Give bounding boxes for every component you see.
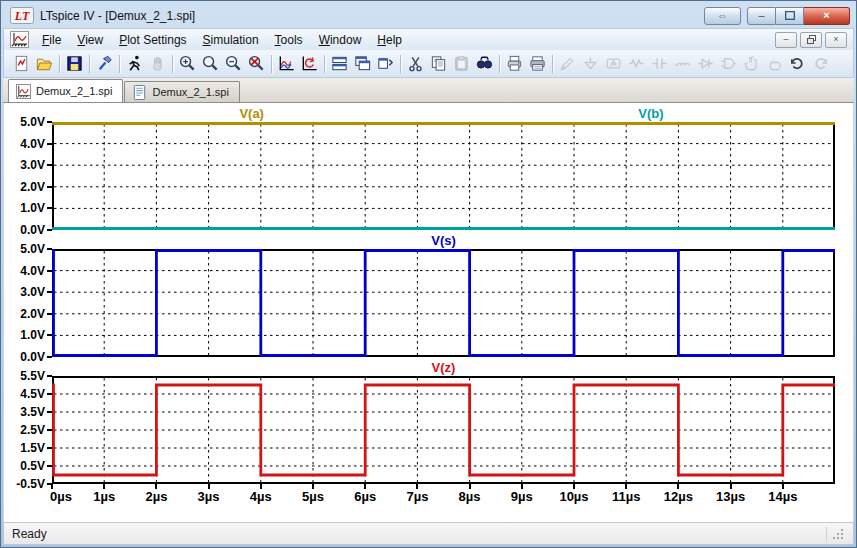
status-separator xyxy=(826,527,827,541)
x-axis-label[interactable]: 4µs xyxy=(250,489,272,504)
resize-grip-icon[interactable] xyxy=(831,527,845,541)
y-axis-label[interactable]: 1.0V xyxy=(5,328,45,342)
y-axis-label[interactable]: 4.0V xyxy=(5,137,45,151)
y-axis-label[interactable]: 4.0V xyxy=(5,264,45,278)
y-axis-label[interactable]: 3.5V xyxy=(5,405,45,419)
y-axis-label[interactable]: 1.0V xyxy=(5,201,45,215)
x-axis-label[interactable]: 14µs xyxy=(768,489,797,504)
zoom-undo-button[interactable] xyxy=(245,52,268,75)
place-inductor-icon xyxy=(673,54,692,73)
trace-label-vb[interactable]: V(b) xyxy=(638,106,663,121)
copy-button[interactable] xyxy=(427,52,450,75)
waveform-viewer[interactable]: V(a)V(b)5.0V4.0V3.0V2.0V1.0V0.0VV(s)5.0V… xyxy=(3,103,854,522)
new-file-icon xyxy=(12,54,31,73)
y-axis-label[interactable]: 2.0V xyxy=(5,307,45,321)
y-axis-tick xyxy=(47,270,52,272)
statusbar: Ready xyxy=(3,522,854,545)
x-axis-label[interactable]: 0µs xyxy=(50,489,72,504)
y-axis-label[interactable]: 5.0V xyxy=(5,242,45,256)
pane-canvas[interactable] xyxy=(52,122,835,230)
print-preview-button[interactable] xyxy=(503,52,526,75)
place-ground-button xyxy=(579,52,602,75)
waveform-document-icon[interactable] xyxy=(10,31,29,48)
mdi-minimize-button[interactable]: – xyxy=(775,32,797,48)
resize-toggle-button[interactable]: ⇔ xyxy=(704,7,741,25)
titlebar[interactable]: LT LTspice IV - [Demux_2_1.spi] ⇔ – × xyxy=(3,3,854,28)
x-axis-label[interactable]: 2µs xyxy=(145,489,167,504)
tab-waveform-demux-2-1-spi[interactable]: Demux_2_1.spi xyxy=(8,79,123,102)
menu-item-file[interactable]: File xyxy=(34,30,69,50)
control-panel-button[interactable] xyxy=(93,52,116,75)
zoom-out-button[interactable] xyxy=(222,52,245,75)
zoom-in-button[interactable] xyxy=(176,52,199,75)
place-resistor-button xyxy=(625,52,648,75)
trace-label-va[interactable]: V(a) xyxy=(239,106,264,121)
y-axis-tick xyxy=(47,313,52,315)
y-axis-label[interactable]: 0.5V xyxy=(5,459,45,473)
label-net-icon xyxy=(604,54,623,73)
y-axis-label[interactable]: 1.5V xyxy=(5,441,45,455)
autorange-y-button[interactable] xyxy=(298,52,321,75)
y-axis-label[interactable]: 2.0V xyxy=(5,180,45,194)
tile-horizontal-button[interactable] xyxy=(328,52,351,75)
y-axis-tick xyxy=(47,375,52,377)
y-axis-label[interactable]: 2.5V xyxy=(5,423,45,437)
x-axis-label[interactable]: 13µs xyxy=(716,489,745,504)
x-axis[interactable]: 0µs1µs2µs3µs4µs5µs6µs7µs8µs9µs10µs11µs12… xyxy=(5,484,837,508)
minimize-button[interactable]: – xyxy=(747,7,776,25)
toolbar-separator xyxy=(499,55,500,73)
x-axis-label[interactable]: 7µs xyxy=(406,489,428,504)
x-axis-label[interactable]: 1µs xyxy=(93,489,115,504)
trace-label-vs[interactable]: V(s) xyxy=(431,233,456,248)
y-axis-label[interactable]: 4.5V xyxy=(5,387,45,401)
cascade-windows-button[interactable] xyxy=(351,52,374,75)
close-button[interactable]: × xyxy=(804,7,850,25)
pane-canvas[interactable] xyxy=(52,249,835,357)
print-button[interactable] xyxy=(526,52,549,75)
menu-item-view[interactable]: View xyxy=(69,30,111,50)
open-file-button[interactable] xyxy=(33,52,56,75)
plot-pane-2[interactable]: V(s)5.0V4.0V3.0V2.0V1.0V0.0V xyxy=(5,234,837,357)
ltspice-logo-icon: LT xyxy=(10,7,34,24)
place-diode-icon xyxy=(696,54,715,73)
plot-pane-3[interactable]: V(z)5.5V4.5V3.5V2.5V1.5V0.5V-0.5V xyxy=(5,361,837,484)
menu-item-tools[interactable]: Tools xyxy=(267,30,311,50)
pane-canvas[interactable] xyxy=(52,376,835,484)
mdi-restore-button[interactable] xyxy=(800,32,822,48)
trace-label-vz[interactable]: V(z) xyxy=(432,360,456,375)
tile-vertical-button[interactable] xyxy=(374,52,397,75)
y-axis-label[interactable]: 3.0V xyxy=(5,285,45,299)
find-button[interactable] xyxy=(473,52,496,75)
y-axis-label[interactable]: 3.0V xyxy=(5,158,45,172)
zoom-fit-button[interactable] xyxy=(199,52,222,75)
x-axis-label[interactable]: 9µs xyxy=(511,489,533,504)
x-axis-label[interactable]: 12µs xyxy=(664,489,693,504)
waveform-pane-button[interactable] xyxy=(275,52,298,75)
move-icon xyxy=(742,54,761,73)
zoom-fit-icon xyxy=(201,54,220,73)
menu-items: FileViewPlot SettingsSimulationToolsWind… xyxy=(34,30,410,50)
save-button[interactable] xyxy=(63,52,86,75)
plot-pane-1[interactable]: V(a)V(b)5.0V4.0V3.0V2.0V1.0V0.0V xyxy=(5,107,837,230)
x-axis-label[interactable]: 6µs xyxy=(354,489,376,504)
new-file-button[interactable] xyxy=(10,52,33,75)
tab-netlist-demux-2-1-spi[interactable]: Demux_2_1.spi xyxy=(124,81,239,102)
undo-icon xyxy=(788,54,807,73)
menu-item-window[interactable]: Window xyxy=(311,30,370,50)
y-axis-label[interactable]: 5.0V xyxy=(5,115,45,129)
mdi-close-button[interactable]: × xyxy=(825,32,847,48)
x-axis-label[interactable]: 10µs xyxy=(559,489,588,504)
x-axis-label[interactable]: 8µs xyxy=(459,489,481,504)
run-button[interactable] xyxy=(123,52,146,75)
menu-item-help[interactable]: Help xyxy=(369,30,410,50)
x-axis-label[interactable]: 5µs xyxy=(302,489,324,504)
x-axis-label[interactable]: 11µs xyxy=(612,489,640,504)
undo-button[interactable] xyxy=(786,52,809,75)
y-axis-label[interactable]: 5.5V xyxy=(5,369,45,383)
menu-item-simulation[interactable]: Simulation xyxy=(195,30,267,50)
label-net-button xyxy=(602,52,625,75)
menu-item-plot-settings[interactable]: Plot Settings xyxy=(111,30,194,50)
cut-button[interactable] xyxy=(404,52,427,75)
x-axis-label[interactable]: 3µs xyxy=(198,489,220,504)
maximize-button[interactable] xyxy=(776,7,804,25)
